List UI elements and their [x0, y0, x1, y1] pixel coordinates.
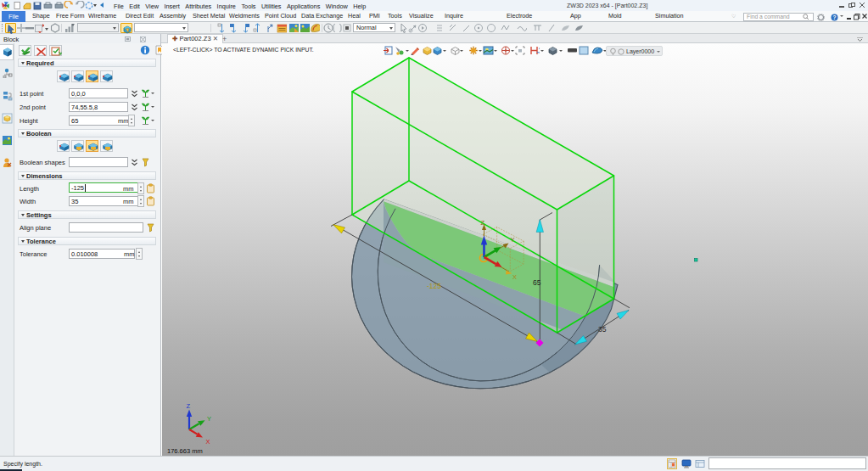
svg-text:X: X: [206, 438, 210, 446]
svg-text:Y: Y: [511, 236, 515, 244]
svg-text:X: X: [512, 273, 517, 281]
svg-text:?: ?: [833, 14, 837, 20]
svg-text:Y: Y: [207, 415, 211, 423]
svg-text:35: 35: [598, 325, 607, 334]
svg-text:Z: Z: [187, 402, 191, 410]
svg-text:176.663 mm: 176.663 mm: [167, 447, 203, 455]
svg-text:65: 65: [533, 278, 541, 287]
svg-text:-125: -125: [427, 282, 441, 290]
svg-text:Z: Z: [481, 219, 485, 227]
